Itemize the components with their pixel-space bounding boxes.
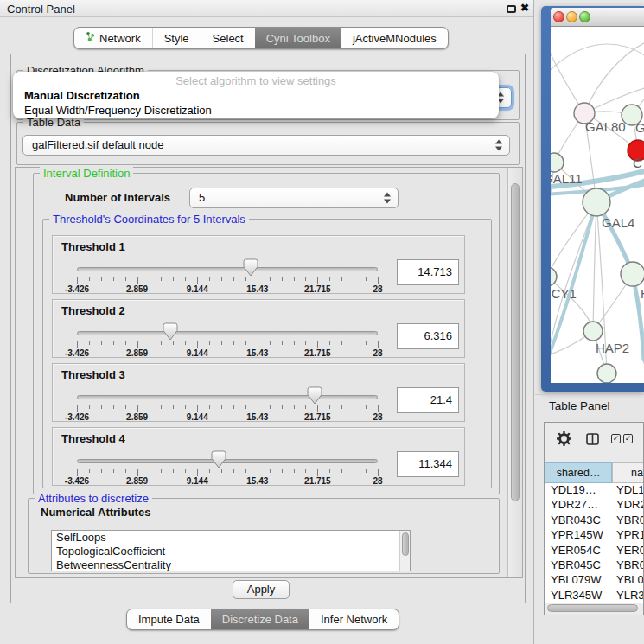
threshold-value-field[interactable]: 14.713 xyxy=(397,259,459,285)
scrollbar-thumb[interactable] xyxy=(511,183,520,501)
window-float-icon[interactable] xyxy=(507,5,516,13)
tick-mark xyxy=(197,277,198,284)
tick-mark xyxy=(101,277,102,281)
traffic-light-red[interactable] xyxy=(553,11,564,22)
tick-mark xyxy=(294,405,295,409)
table-header-row: shared… na xyxy=(545,462,643,483)
threshold-value-field[interactable]: 21.4 xyxy=(397,387,459,413)
traffic-light-yellow[interactable] xyxy=(566,11,577,22)
checkbox-checked-icon[interactable]: ✓ xyxy=(623,434,633,443)
tab-network[interactable]: Network xyxy=(74,28,152,48)
cell-shared-name[interactable]: YPR145W xyxy=(545,528,613,543)
attribute-item-selfloops[interactable]: SelfLoops xyxy=(52,531,410,545)
slider-track[interactable] xyxy=(77,459,378,463)
network-view-window[interactable]: GAL80GCGAL11GAL4GCY1HHAP2 xyxy=(541,6,644,392)
table-row[interactable]: YBR045CYBR0 xyxy=(545,558,643,573)
attributes-scrollbar[interactable] xyxy=(399,531,410,571)
column-header-name[interactable]: na xyxy=(612,462,643,483)
network-window-titlebar[interactable] xyxy=(551,8,644,27)
gear-icon[interactable] xyxy=(557,431,571,449)
scrollbar-thumb[interactable] xyxy=(547,604,638,612)
threshold-label: Threshold 2 xyxy=(61,304,125,317)
cell-name[interactable]: YER0 xyxy=(613,544,643,558)
attribute-item-betweennesscentrality[interactable]: BetweennessCentrality xyxy=(52,558,410,571)
tab-style[interactable]: Style xyxy=(152,28,201,48)
network-node[interactable] xyxy=(597,364,616,383)
tab-cyni-toolbox[interactable]: Cyni Toolbox xyxy=(255,28,341,48)
tick-mark xyxy=(270,469,271,473)
cyni-toolbox-content: Discretization Algorithm Table Data galF… xyxy=(10,54,526,603)
table-data-combobox[interactable]: galFiltered.sif default node xyxy=(22,135,510,156)
cell-name[interactable]: YLR3 xyxy=(613,589,643,603)
dropdown-option-manual-discretization[interactable]: Manual Discretization xyxy=(13,88,499,103)
network-node-gcy1[interactable] xyxy=(551,267,557,286)
tab-select[interactable]: Select xyxy=(201,28,255,48)
network-node-hap2[interactable] xyxy=(583,322,603,341)
tab-infer-network[interactable]: Infer Network xyxy=(309,609,399,629)
slider-track[interactable] xyxy=(77,331,378,335)
threshold-value-field[interactable]: 11.344 xyxy=(397,451,459,477)
threshold-label: Threshold 1 xyxy=(61,240,125,253)
column-header-shared-name[interactable]: shared… xyxy=(545,462,612,483)
cell-name[interactable]: YPR1 xyxy=(613,528,643,543)
cell-name[interactable]: YBL0 xyxy=(613,573,643,588)
settings-vertical-scrollbar[interactable] xyxy=(507,168,522,577)
numerical-attributes-list[interactable]: SelfLoopsTopologicalCoefficientBetweenne… xyxy=(51,530,411,571)
cell-shared-name[interactable]: YBR043C xyxy=(545,513,613,528)
stepper-arrows-icon[interactable] xyxy=(495,140,503,151)
table-data-group: Table Data galFiltered.sif default node xyxy=(16,122,520,165)
table-panel-title: Table Panel xyxy=(549,399,610,412)
scrollbar-thumb[interactable] xyxy=(402,532,409,556)
cell-shared-name[interactable]: YDL19… xyxy=(545,483,613,498)
control-panel-titlebar: Control Panel ✖ xyxy=(0,0,533,17)
attribute-item-topologicalcoefficient[interactable]: TopologicalCoefficient xyxy=(52,545,410,558)
tick-mark xyxy=(305,277,306,281)
network-graph[interactable]: GAL80GCGAL11GAL4GCY1HHAP2 xyxy=(551,27,644,383)
dropdown-option-equal-width-frequency-discretization[interactable]: Equal Width/Frequency Discretization xyxy=(13,103,499,118)
tab-discretize-data[interactable]: Discretize Data xyxy=(211,609,309,629)
slider-track[interactable] xyxy=(77,267,378,271)
slider-thumb[interactable] xyxy=(163,322,178,341)
cell-shared-name[interactable]: YER054C xyxy=(545,544,613,558)
number-of-intervals-spinner[interactable]: 5 xyxy=(189,188,399,208)
cell-name[interactable]: YDL1 xyxy=(613,483,643,498)
threshold-value-field[interactable]: 6.316 xyxy=(397,323,459,349)
slider-ticks xyxy=(77,341,378,348)
tick-mark xyxy=(125,469,126,473)
slider-thumb[interactable] xyxy=(307,386,322,405)
table-row[interactable]: YBL079WYBL0 xyxy=(545,573,643,588)
column-visibility-icons[interactable]: ✓ ✓ xyxy=(611,434,633,443)
split-view-icon[interactable] xyxy=(586,433,599,448)
table-row[interactable]: YBR043CYBR0 xyxy=(545,513,643,528)
stepper-arrows-icon[interactable] xyxy=(384,193,392,204)
network-node-h[interactable] xyxy=(621,262,644,286)
table-row[interactable]: YER054CYER0 xyxy=(545,544,643,558)
network-canvas[interactable]: GAL80GCGAL11GAL4GCY1HHAP2 xyxy=(551,27,644,383)
checkbox-checked-icon[interactable]: ✓ xyxy=(611,434,621,443)
cell-shared-name[interactable]: YBR045C xyxy=(545,558,613,573)
table-row[interactable]: YLR345WYLR3 xyxy=(545,589,643,603)
table-row[interactable]: YPR145WYPR1 xyxy=(545,528,643,543)
cell-shared-name[interactable]: YLR345W xyxy=(545,589,613,603)
cell-shared-name[interactable]: YDR27… xyxy=(545,498,613,513)
table-panel: ✓ ✓ shared… na YDL19…YDL1YDR27…YDR2YBR04… xyxy=(544,422,644,615)
slider-thumb[interactable] xyxy=(243,258,258,277)
traffic-light-green[interactable] xyxy=(579,11,590,22)
window-close-icon[interactable]: ✖ xyxy=(520,2,529,14)
table-horizontal-scrollbar[interactable] xyxy=(545,603,642,613)
cell-name[interactable]: YBR0 xyxy=(613,513,643,528)
table-row[interactable]: YDL19…YDL1 xyxy=(545,483,643,498)
tick-mark xyxy=(113,277,114,281)
tab-impute-data[interactable]: Impute Data xyxy=(127,609,211,629)
slider-thumb[interactable] xyxy=(211,450,226,469)
tab-label: Select xyxy=(213,32,244,45)
cell-name[interactable]: YDR2 xyxy=(613,498,643,513)
table-row[interactable]: YDR27…YDR2 xyxy=(545,498,643,513)
apply-button[interactable]: Apply xyxy=(233,580,290,599)
slider-track[interactable] xyxy=(77,395,378,399)
cell-name[interactable]: YBR0 xyxy=(613,558,643,573)
cell-shared-name[interactable]: YBL079W xyxy=(545,573,613,588)
tab-jactivemnodules[interactable]: jActiveMNodules xyxy=(341,28,448,48)
network-node-gal11[interactable] xyxy=(551,153,564,172)
network-node-gal4[interactable] xyxy=(583,188,610,216)
